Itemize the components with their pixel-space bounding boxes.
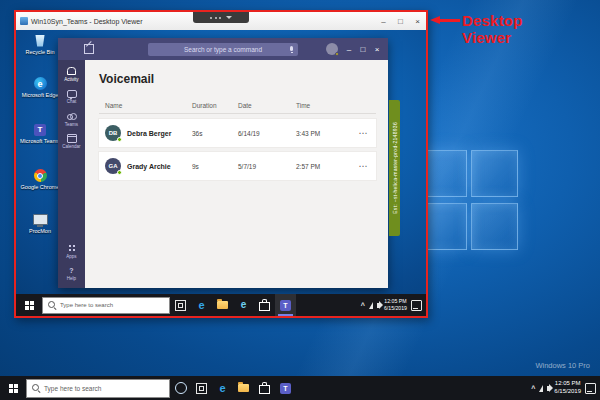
viewer-app-icon [20,17,28,25]
minimize-button[interactable]: – [375,12,392,30]
store-button[interactable] [254,294,275,316]
windows-edition-watermark: Windows 10 Pro [535,361,590,370]
time-cell: 2:57 PM [296,163,356,170]
remote-search-box[interactable]: Type here to search [42,297,170,314]
rail-item-calendar[interactable]: Calendar [58,135,85,150]
task-view-button[interactable] [191,376,212,400]
host-taskbar: Type here to search ^ 12:05 PM 6/15/2019 [0,376,600,400]
store-button[interactable] [254,376,275,400]
store-icon [259,385,270,394]
remote-taskbar: Type here to search ^ 12:05 PM 6/15/2019 [16,294,426,316]
tray-time: 12:05 PM [384,298,407,305]
page-title: Voicemail [99,72,376,86]
edge-taskbar-button[interactable] [212,376,233,400]
start-button[interactable] [16,294,42,316]
host-desktop: Windows 10 Pro Win10Syn_Teams - Desktop … [0,0,600,400]
file-explorer-button[interactable] [212,294,233,316]
people-icon [67,113,77,120]
edge-taskbar-button[interactable] [191,294,212,316]
logo-pane [471,150,518,197]
search-placeholder: Search or type a command [184,46,262,53]
microphone-icon[interactable] [290,46,293,51]
edge-icon [219,383,225,394]
desktop-icon-label: Microsoft Edge [18,92,62,98]
remote-system-tray: ^ 12:05 PM 6/15/2019 [361,294,426,316]
windows-logo-icon [9,384,18,393]
viewer-title: Win10Syn_Teams - Desktop Viewer [31,18,143,25]
teams-icon [280,300,291,311]
edge-icon [34,77,47,90]
recycle-bin-icon [35,35,46,47]
desktop-icon-recycle-bin[interactable]: Recycle Bin [18,33,62,55]
clock[interactable]: 12:05 PM 6/15/2019 [384,298,407,312]
user-avatar[interactable] [326,43,338,55]
voicemail-row[interactable]: DB Debra Berger 36s 6/14/19 3:43 PM ⋯ [99,119,376,147]
rail-item-teams[interactable]: Teams [58,112,85,127]
action-center-icon[interactable] [411,300,422,311]
teams-maximize-button[interactable]: □ [356,45,370,54]
network-icon[interactable] [369,302,373,309]
desktop-icon-teams[interactable]: Microsoft Teams [18,122,62,144]
voicemail-table-header: Name Duration Date Time [99,102,376,114]
teams-titlebar[interactable]: Search or type a command – □ × [58,38,388,60]
desktop-icon-edge[interactable]: Microsoft Edge [18,76,62,98]
rail-item-help[interactable]: ? Help [58,267,85,282]
viewer-window-controls: – □ × [375,12,426,30]
more-options-icon[interactable]: ⋯ [356,161,370,171]
rail-item-chat[interactable]: Chat [58,90,85,105]
teams-minimize-button[interactable]: – [342,45,356,54]
host-search-box[interactable]: Type here to search [26,379,170,398]
teams-window: Search or type a command – □ × Activity [58,38,388,288]
more-options-icon[interactable]: ⋯ [356,128,370,138]
teams-icon [34,124,46,136]
search-placeholder: Type here to search [44,385,101,392]
teams-icon [280,383,291,394]
session-connection-tab[interactable]: Est: ~st-helica-master-prod-2148936 [389,100,400,236]
desktop-icon-procmon[interactable]: ProcMon [18,212,62,234]
network-icon[interactable] [539,385,543,392]
tray-expand-icon[interactable]: ^ [531,385,535,392]
viewer-titlebar[interactable]: Win10Syn_Teams - Desktop Viewer – □ × [16,12,426,31]
teams-command-search[interactable]: Search or type a command [148,43,298,56]
close-button[interactable]: × [409,12,426,30]
action-center-icon[interactable] [585,383,596,394]
volume-icon[interactable] [377,303,380,308]
new-chat-icon[interactable] [84,44,94,54]
desktop-icon-label: Microsoft Teams [18,138,62,144]
cortana-button[interactable] [170,376,191,400]
maximize-button[interactable]: □ [392,12,409,30]
annotation-arrow [430,16,460,25]
avatar: GA [105,158,121,174]
browser-button[interactable] [233,294,254,316]
teams-taskbar-button[interactable] [275,376,296,400]
tray-time: 12:05 PM [554,380,581,388]
time-cell: 3:43 PM [296,130,356,137]
citrix-toolbar-grip[interactable] [193,12,249,23]
start-button[interactable] [0,376,26,400]
teams-taskbar-button[interactable] [275,294,296,316]
teams-close-button[interactable]: × [370,45,384,54]
chevron-down-icon [226,16,232,19]
help-icon: ? [69,267,73,274]
chrome-icon [34,169,47,182]
voicemail-row[interactable]: GA Grady Archie 9s 5/7/19 2:57 PM ⋯ [99,152,376,180]
volume-icon[interactable] [547,386,550,391]
tray-date: 6/15/2019 [384,305,407,312]
task-view-button[interactable] [170,294,191,316]
file-explorer-button[interactable] [233,376,254,400]
cortana-icon [175,382,187,394]
clock[interactable]: 12:05 PM 6/15/2019 [554,380,581,396]
calendar-icon [67,134,77,143]
rail-item-apps[interactable]: Apps [58,244,85,259]
store-icon [259,302,270,311]
rail-item-activity[interactable]: Activity [58,67,85,82]
col-header-date: Date [238,102,296,109]
col-header-duration: Duration [192,102,238,109]
voicemail-panel: Voicemail Name Duration Date Time DB Deb… [85,60,388,288]
teams-app-rail: Activity Chat Teams Calendar [58,60,85,288]
host-system-tray: ^ 12:05 PM 6/15/2019 [531,376,600,400]
date-cell: 6/14/19 [238,130,296,137]
tray-expand-icon[interactable]: ^ [361,302,365,309]
desktop-icon-chrome[interactable]: Google Chrome [18,168,62,190]
procmon-icon [33,214,48,225]
